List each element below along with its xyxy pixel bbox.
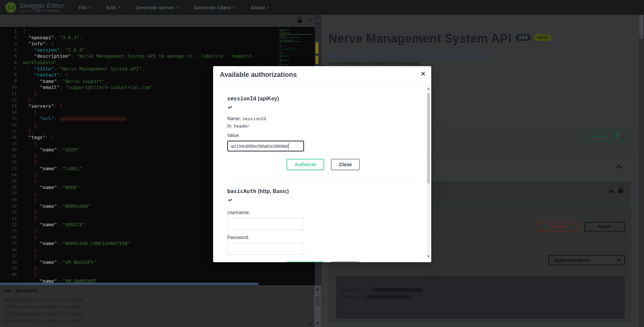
scheme-heading-basicauth: basicAuth (http, Basic) (227, 188, 419, 194)
api-key-value-input[interactable]: ia2154c895bc58fa83c38898d (227, 141, 304, 151)
editor-toolbar: ☼ (0, 15, 315, 27)
editor-lock-icon[interactable] (297, 19, 302, 23)
modal-authorize-button[interactable]: Authorize (287, 262, 325, 262)
oas-badge: OAS3 (534, 34, 552, 41)
redacted-value (372, 288, 423, 292)
scroll-down-icon[interactable] (427, 255, 430, 258)
editor-line: "openapi": "3.0.3", (23, 35, 258, 41)
caret-down-icon: ▾ (89, 6, 91, 9)
page-scrollbar (639, 0, 644, 327)
nav-menus: File▾Edit▾Generate Server▾Generate Clien… (78, 5, 269, 10)
error-scroll-thumb[interactable] (315, 296, 319, 306)
chevron-down-icon (617, 260, 620, 262)
version-badge: 2.6.0 (515, 34, 531, 41)
modal-close-button[interactable]: Close (331, 159, 360, 170)
page-scroll-thumb[interactable] (639, 15, 643, 39)
modal-scrollbar[interactable] (427, 86, 430, 260)
column-description: Description (16, 286, 38, 296)
error-row[interactable]: 3991minLength has no effect on non strin… (0, 303, 309, 311)
section-collapse-chevron-icon[interactable] (616, 165, 622, 171)
error-rows: 3992maxLength has no effect on non strin… (0, 296, 309, 327)
warning-marker (315, 56, 318, 64)
operation-lock-icon[interactable] (618, 190, 623, 193)
media-type-select[interactable]: application/json (548, 255, 625, 265)
logo-glyph: {…} (7, 5, 14, 10)
reset-button[interactable]: Reset (584, 222, 625, 232)
swagger-logo-icon: {…} (5, 2, 16, 13)
menu-about[interactable]: About▾ (250, 5, 269, 10)
editor-hscroll-thumb[interactable] (0, 283, 258, 285)
editor-line: "version": "2.6.0", (23, 47, 258, 53)
redacted-value (367, 295, 411, 299)
warning-marker (315, 42, 318, 54)
username-input[interactable] (227, 218, 304, 230)
caret-down-icon: ▾ (118, 6, 120, 9)
username-label: Username: (227, 210, 419, 215)
menu-edit[interactable]: Edit▾ (106, 5, 120, 10)
error-row[interactable]: 3992maxLength has no effect on non strin… (0, 296, 309, 303)
editor-line: { (23, 28, 258, 35)
unlock-icon (614, 135, 618, 138)
scroll-down-icon[interactable] (309, 323, 312, 325)
editor-line: }, (23, 266, 258, 272)
value-label: Value: (227, 133, 419, 138)
brand-logo[interactable]: {…} Swagger Editor. Supported bySMARTBEA… (5, 2, 65, 13)
close-icon[interactable]: × (421, 69, 425, 78)
text-caret (288, 143, 289, 149)
request-body-example: { "identity": "secret": } (336, 276, 625, 319)
menu-generate-server[interactable]: Generate Server▾ (135, 5, 178, 10)
brand-title: Swagger Editor. (19, 2, 65, 9)
error-console: Line Description 3992maxLength has no ef… (0, 285, 321, 327)
return-arrow-icon: ↵ (228, 197, 419, 203)
caret-down-icon: ▾ (233, 6, 235, 9)
brand-subtitle: Supported bySMARTBEAR (19, 9, 65, 12)
menu-generate-client[interactable]: Generate Client▾ (194, 5, 235, 10)
topbar: {…} Swagger Editor. Supported bySMARTBEA… (0, 0, 644, 15)
menu-file[interactable]: File▾ (78, 5, 91, 10)
error-row[interactable]: 4065maxLength has no effect on non strin… (0, 311, 309, 318)
error-row[interactable]: 4105maxLength has no effect on non strin… (0, 325, 309, 327)
api-description: Nerve Management System API to manage: (329, 60, 420, 66)
return-arrow-icon: ↵ (228, 104, 419, 110)
scroll-up-icon[interactable] (316, 288, 319, 290)
screen: {…} Swagger Editor. Supported bySMARTBEA… (0, 0, 644, 327)
modal-close-button[interactable]: Close (331, 262, 360, 262)
cancel-button[interactable]: Cancel (538, 222, 578, 232)
line-numbers: 1234567891011121314151617181920212223242… (0, 28, 17, 278)
scroll-down-icon[interactable] (316, 323, 319, 325)
column-line: Line (3, 286, 11, 296)
authorizations-modal: Available authorizations × sessionId (ap… (213, 66, 431, 262)
editor-line: "info": { (23, 41, 258, 47)
scheme-heading-sessionid: sessionId (apiKey) (227, 95, 419, 102)
scroll-up-icon[interactable] (427, 88, 430, 90)
authorize-button[interactable]: Authorize (578, 131, 628, 142)
modal-title: Available authorizations (220, 71, 297, 79)
error-scrollbar[interactable] (314, 286, 321, 327)
caret-down-icon: ▾ (177, 6, 178, 9)
spec-url-link[interactable]: https://raw.githubusercontent.com/asynca… (329, 54, 492, 59)
error-row[interactable]: 4064minLength has no effect on non strin… (0, 318, 309, 325)
theme-toggle-icon[interactable]: ☼ (307, 16, 313, 24)
divider (227, 179, 419, 179)
scroll-up-icon[interactable] (316, 19, 320, 21)
password-label: Password: (227, 235, 419, 240)
editor-line: "description": "Nerve Management System … (23, 53, 258, 59)
password-input[interactable] (227, 243, 304, 255)
caret-down-icon: ▾ (267, 6, 269, 9)
page-title: Nerve Management System API (329, 32, 511, 46)
collapse-chevron-icon[interactable] (608, 189, 614, 195)
editor-line: { (23, 272, 258, 278)
modal-scroll-thumb[interactable] (427, 93, 430, 184)
error-console-header: Line Description (0, 286, 321, 296)
modal-authorize-button[interactable]: Authorize (287, 159, 325, 170)
editor-line: workloads\n", (23, 59, 258, 66)
